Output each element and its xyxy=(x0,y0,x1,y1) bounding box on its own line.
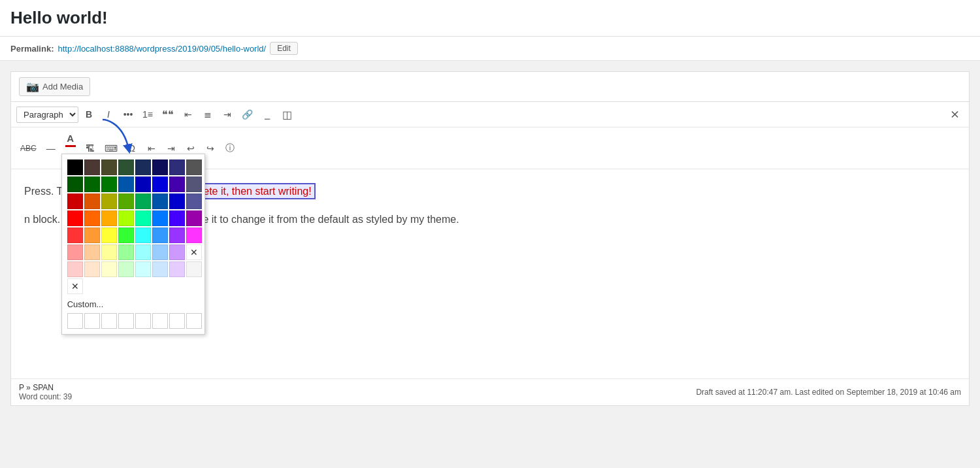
custom-swatch[interactable] xyxy=(118,313,134,329)
custom-color-label[interactable]: Custom... xyxy=(67,299,199,309)
custom-swatch[interactable] xyxy=(101,313,117,329)
align-center-button[interactable]: ≣ xyxy=(199,106,217,123)
color-cell[interactable] xyxy=(152,227,168,243)
word-count-value: 39 xyxy=(63,392,72,401)
color-cell[interactable] xyxy=(101,159,117,175)
color-cell[interactable] xyxy=(67,244,83,260)
custom-swatch[interactable] xyxy=(152,313,168,329)
permalink-edit-button[interactable]: Edit xyxy=(270,42,298,55)
color-cell[interactable] xyxy=(186,193,202,209)
color-cell[interactable] xyxy=(118,176,134,192)
color-cell[interactable] xyxy=(118,244,134,260)
color-cell[interactable] xyxy=(67,261,83,277)
bold-button[interactable]: B xyxy=(80,106,98,123)
color-cell[interactable] xyxy=(67,227,83,243)
color-cell[interactable] xyxy=(169,227,185,243)
color-cell[interactable] xyxy=(135,159,151,175)
color-cell[interactable] xyxy=(186,261,202,277)
color-cell[interactable] xyxy=(84,176,100,192)
color-cell[interactable] xyxy=(101,261,117,277)
color-cell[interactable] xyxy=(135,176,151,192)
color-clear-button[interactable]: ✕ xyxy=(67,278,83,294)
color-cell[interactable] xyxy=(169,193,185,209)
custom-swatch[interactable] xyxy=(67,313,83,329)
table-button[interactable]: ◫ xyxy=(278,106,296,124)
permalink-row: Permalink: http://localhost:8888/wordpre… xyxy=(0,37,980,61)
color-cell[interactable] xyxy=(186,227,202,243)
horizontal-rule-button[interactable]: ⎯ xyxy=(258,106,276,123)
color-cell[interactable] xyxy=(84,193,100,209)
editor-path: P » SPAN xyxy=(19,383,54,392)
color-cell[interactable] xyxy=(169,244,185,260)
help-button[interactable]: ⓘ xyxy=(221,140,239,157)
color-cell[interactable] xyxy=(118,210,134,226)
strikethrough-button[interactable]: ABC xyxy=(16,140,41,157)
color-cell[interactable] xyxy=(118,227,134,243)
color-cell[interactable] xyxy=(67,193,83,209)
font-color-button[interactable]: A xyxy=(61,130,80,149)
custom-color-swatches xyxy=(67,313,199,329)
color-cell[interactable] xyxy=(169,159,185,175)
color-cell[interactable] xyxy=(186,176,202,192)
horizontal-line-button[interactable]: — xyxy=(42,140,60,157)
title-area xyxy=(0,0,980,37)
color-cell[interactable] xyxy=(135,261,151,277)
add-media-icon: 📷 xyxy=(26,80,39,93)
color-cell[interactable] xyxy=(152,210,168,226)
color-cell[interactable] xyxy=(169,261,185,277)
custom-swatch[interactable] xyxy=(186,313,202,329)
color-cell[interactable] xyxy=(67,210,83,226)
color-cell[interactable] xyxy=(152,159,168,175)
color-grid: ✕✕ xyxy=(67,159,199,294)
add-media-bar: 📷 Add Media xyxy=(11,72,969,102)
expand-button[interactable]: ⨯ xyxy=(945,105,964,124)
color-cell[interactable] xyxy=(118,261,134,277)
color-cell[interactable] xyxy=(101,227,117,243)
custom-swatch[interactable] xyxy=(169,313,185,329)
color-cell[interactable] xyxy=(152,244,168,260)
color-cell[interactable] xyxy=(152,261,168,277)
font-color-container: A ▼ ✕✕ Custom... xyxy=(61,130,80,166)
color-cell[interactable] xyxy=(101,193,117,209)
link-button[interactable]: 🔗 xyxy=(238,106,257,123)
color-cell[interactable] xyxy=(135,210,151,226)
color-cell[interactable] xyxy=(186,159,202,175)
color-cell[interactable] xyxy=(169,210,185,226)
color-cell[interactable] xyxy=(101,244,117,260)
font-color-indicator xyxy=(65,145,76,147)
ordered-list-button[interactable]: 1≡ xyxy=(139,106,157,123)
color-cell[interactable] xyxy=(186,210,202,226)
custom-swatch[interactable] xyxy=(135,313,151,329)
color-cell[interactable] xyxy=(84,227,100,243)
color-cell[interactable] xyxy=(135,193,151,209)
toolbar-row2: ABC — A ▼ ✕✕ Custom... xyxy=(11,127,969,169)
color-cell[interactable] xyxy=(67,176,83,192)
align-right-button[interactable]: ⇥ xyxy=(218,106,237,123)
align-left-button[interactable]: ⇤ xyxy=(179,106,197,123)
post-title-input[interactable] xyxy=(10,8,970,28)
add-media-button[interactable]: 📷 Add Media xyxy=(19,77,90,96)
color-cell[interactable] xyxy=(169,176,185,192)
permalink-url[interactable]: http://localhost:8888/wordpress/2019/09/… xyxy=(57,44,266,54)
color-picker-popup: ✕✕ Custom... xyxy=(61,154,205,335)
color-cell[interactable] xyxy=(84,261,100,277)
editor-main: Visual Text 📷 Add Media xyxy=(0,61,980,416)
color-clear-button[interactable]: ✕ xyxy=(186,244,202,260)
color-cell[interactable] xyxy=(118,159,134,175)
color-cell[interactable] xyxy=(118,193,134,209)
color-cell[interactable] xyxy=(135,244,151,260)
color-cell[interactable] xyxy=(84,210,100,226)
color-cell[interactable] xyxy=(152,176,168,192)
color-cell[interactable] xyxy=(135,227,151,243)
color-cell[interactable] xyxy=(101,176,117,192)
paragraph-select[interactable]: Paragraph Heading 1 Heading 2 Heading 3 xyxy=(16,107,78,123)
color-cell[interactable] xyxy=(84,244,100,260)
draft-info: Draft saved at 11:20:47 am. Last edited … xyxy=(696,388,961,397)
color-cell[interactable] xyxy=(152,193,168,209)
color-cell[interactable] xyxy=(101,210,117,226)
custom-swatch[interactable] xyxy=(84,313,100,329)
blockquote-button[interactable]: ❝❝ xyxy=(158,106,178,124)
color-cell[interactable] xyxy=(84,159,100,175)
color-cell[interactable] xyxy=(67,159,83,175)
editor-statusbar: P » SPAN Word count: 39 Draft saved at 1… xyxy=(11,378,969,405)
